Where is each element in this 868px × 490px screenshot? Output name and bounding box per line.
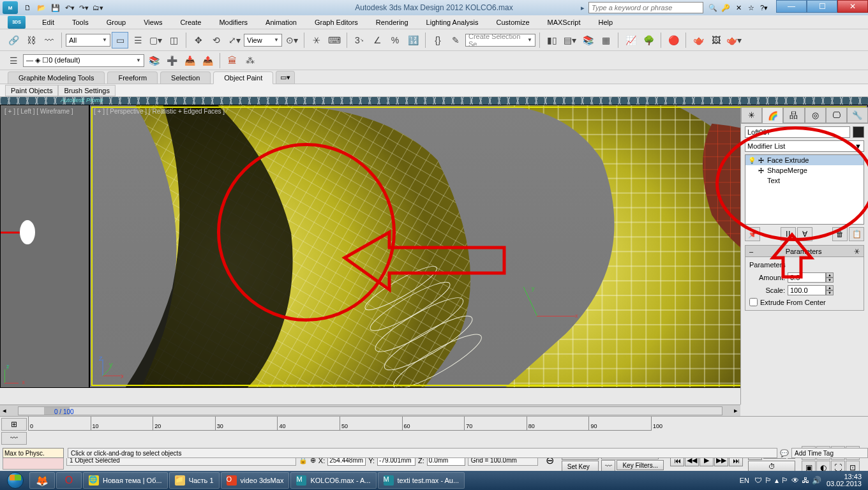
taskbar-item-4[interactable]: Mtexti test.max - Au...	[378, 472, 465, 489]
spinner-up-icon[interactable]: ▲	[826, 285, 834, 290]
menu-modifiers[interactable]: Modifiers	[210, 17, 257, 28]
angle-snap-icon[interactable]: ∠	[369, 32, 385, 48]
cmdtab-modify-icon[interactable]: 🌈	[762, 107, 783, 123]
select-region-icon[interactable]: ▢▾	[147, 32, 164, 48]
cmdtab-create-icon[interactable]: ✳	[741, 107, 762, 123]
menu-help[interactable]: Help	[590, 17, 622, 28]
select-by-name-icon[interactable]: ☰	[130, 32, 146, 48]
tray-shield-icon[interactable]: 🛡	[754, 476, 762, 485]
curve-editor-icon[interactable]: 📈	[622, 32, 639, 48]
taskbar-item-0[interactable]: 🌐Новая тема | Об...	[83, 472, 168, 489]
configure-sets-icon[interactable]: 📋	[849, 227, 864, 241]
tray-up-icon[interactable]: ▴	[775, 476, 779, 485]
select-move-icon[interactable]: ✥	[190, 32, 207, 48]
viewport-bottom-scrollbar[interactable]: ◂ 0 / 100 ▸	[0, 405, 740, 416]
menu-tools[interactable]: Tools	[63, 17, 98, 28]
menu-animation[interactable]: Animation	[257, 17, 306, 28]
exchange-icon[interactable]: ✕	[733, 2, 744, 13]
layer-add-icon[interactable]: ➕	[163, 52, 180, 69]
window-minimize-button[interactable]: —	[776, 0, 807, 13]
object-color-swatch[interactable]	[853, 126, 864, 138]
subscription-icon[interactable]: 🔑	[720, 2, 731, 13]
layer-new-icon[interactable]: 📚	[146, 52, 162, 69]
spinner-down-icon[interactable]: ▼	[826, 278, 834, 283]
modifier-stack-item-text[interactable]: Text	[745, 175, 864, 186]
link-icon[interactable]: 🔗	[5, 32, 22, 48]
taskbar-opera-icon[interactable]: O	[56, 472, 82, 489]
menu-customize[interactable]: Customize	[488, 17, 539, 28]
select-scale-icon[interactable]: ⤢▾	[226, 32, 243, 48]
infocenter-search-input[interactable]	[588, 2, 703, 13]
viewport-left[interactable]: [ + ] [ Left ] [ Wireframe ]	[0, 105, 89, 388]
layer-select-icon[interactable]: 📥	[181, 52, 198, 69]
param-amount-input[interactable]	[788, 272, 826, 283]
tab-graphite[interactable]: Graphite Modeling Tools	[8, 71, 105, 84]
tray-clock[interactable]: 13:43 03.02.2013	[827, 473, 862, 487]
modifier-visibility-icon[interactable]: 💡	[748, 157, 756, 164]
help-icon[interactable]: ?▾	[758, 2, 770, 13]
graphite-toggle-icon[interactable]: ▦	[597, 32, 614, 48]
layers-icon[interactable]: 📚	[580, 32, 596, 48]
tab-freeform[interactable]: Freeform	[107, 71, 158, 84]
qat-new-icon[interactable]: 🗋	[22, 2, 33, 13]
percent-snap-icon[interactable]: %	[387, 32, 403, 48]
named-sel-combo[interactable]: Create Selection Se▼	[465, 34, 535, 47]
snap-toggle-icon[interactable]: 3↘	[351, 32, 368, 48]
render-production-icon[interactable]: 🫖▾	[726, 32, 742, 48]
app-logo-icon[interactable]: M	[3, 1, 18, 14]
comm-center-icon[interactable]: 💬	[780, 449, 789, 457]
start-button[interactable]	[3, 471, 28, 489]
material-editor-icon[interactable]: 🔴	[665, 32, 682, 48]
rollout-pin-icon[interactable]: ⚹	[854, 247, 860, 255]
menu-grapheditors[interactable]: Graph Editors	[306, 17, 367, 28]
menu-edit[interactable]: Edit	[33, 17, 63, 28]
qat-open-icon[interactable]: 📂	[36, 2, 47, 13]
viewport-right-label[interactable]: [ + ] [ Perspective ] [ Realistic + Edge…	[94, 108, 225, 115]
timeline-curve-icon[interactable]: 〰	[1, 432, 27, 445]
layer-current-icon[interactable]: 📤	[199, 52, 216, 69]
selection-filter-combo[interactable]: All▼	[66, 34, 110, 47]
search-icon[interactable]: 🔍	[707, 2, 719, 13]
tray-volume-icon[interactable]: 🔊	[812, 476, 821, 485]
menu-views[interactable]: Views	[135, 17, 171, 28]
cmdtab-display-icon[interactable]: 🖵	[826, 107, 847, 123]
menu-lighting[interactable]: Lighting Analysis	[417, 17, 488, 28]
menu-create[interactable]: Create	[171, 17, 210, 28]
qat-undo-icon[interactable]: ↶▾	[64, 2, 75, 13]
particle-icon[interactable]: ⁂	[242, 52, 258, 69]
align-icon[interactable]: ▤▾	[562, 32, 578, 48]
param-scale-input[interactable]	[788, 285, 826, 295]
spinner-down-icon[interactable]: ▼	[826, 290, 834, 295]
maxscript-mini-listener[interactable]	[3, 448, 64, 458]
pivot-center-icon[interactable]: ⊙▾	[283, 32, 300, 48]
taskbar-firefox-icon[interactable]: 🦊	[29, 472, 55, 489]
tab-object-paint[interactable]: Object Paint	[213, 71, 273, 84]
taskbar-item-2[interactable]: Ovideo 3dsMax	[221, 472, 290, 489]
rollout-parameters-header[interactable]: – Parameters ⚹	[745, 245, 864, 257]
subtab-brush-settings[interactable]: Brush Settings	[58, 85, 116, 96]
viewport-left-label[interactable]: [ + ] [ Left ] [ Wireframe ]	[4, 108, 73, 115]
menu-rendering[interactable]: Rendering	[367, 17, 417, 28]
window-maximize-button[interactable]: ☐	[807, 0, 837, 13]
cmdtab-motion-icon[interactable]: ◎	[805, 107, 826, 123]
layer-manager-icon[interactable]: ☰	[5, 52, 22, 69]
schematic-view-icon[interactable]: 🌳	[640, 32, 657, 48]
keyfilters-button[interactable]: Key Filters...	[617, 460, 664, 470]
ref-coord-system-combo[interactable]: View▼	[244, 34, 282, 47]
manipulate-icon[interactable]: ⚹	[308, 32, 325, 48]
edit-named-sel-icon[interactable]: ✎	[447, 32, 464, 48]
rendered-frame-icon[interactable]: 🖼	[708, 32, 724, 48]
render-setup-icon[interactable]: 🫖	[690, 32, 707, 48]
remove-modifier-icon[interactable]: 🗑	[832, 227, 848, 241]
ribbon-minimize-icon[interactable]: ▭▾	[276, 71, 295, 84]
object-name-input[interactable]	[745, 126, 850, 138]
infocenter-arrow-icon[interactable]: ▸	[581, 4, 585, 12]
add-time-tag-button[interactable]: Add Time Tag	[791, 448, 868, 458]
param-extrude-center-checkbox[interactable]	[749, 298, 758, 306]
modifier-expand-icon[interactable]: ☩	[758, 167, 765, 174]
layer-combo[interactable]: — ◈ ☐0 (default)▼	[23, 54, 144, 67]
taskbar-item-3[interactable]: MKOLCO6.max - A...	[290, 472, 376, 489]
named-sel-icon[interactable]: {}	[430, 32, 446, 48]
menu-group[interactable]: Group	[98, 17, 135, 28]
tray-action-center-icon[interactable]: 🏳	[781, 476, 789, 485]
